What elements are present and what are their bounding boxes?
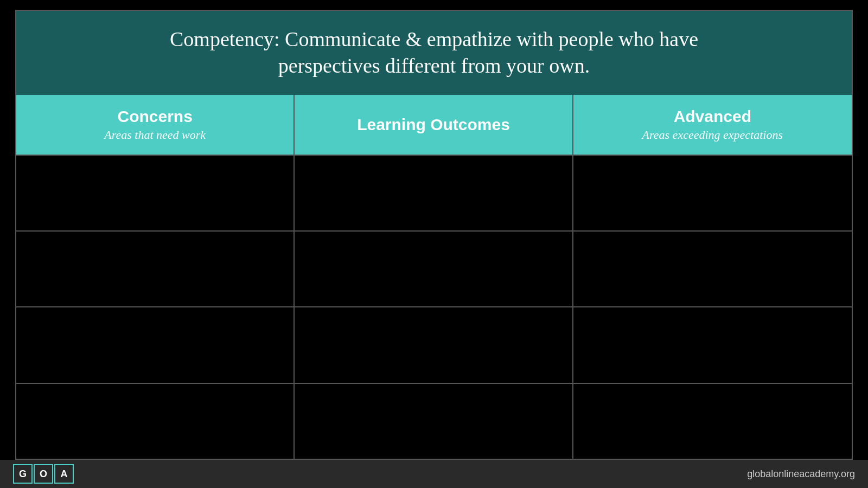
logo-letter-a: A xyxy=(54,464,74,484)
cell-row1-concerns xyxy=(16,156,295,230)
cell-row1-learning xyxy=(295,156,573,230)
cell-row3-advanced xyxy=(573,307,852,382)
page-wrapper: Competency: Communicate & empathize with… xyxy=(0,0,868,488)
table-row xyxy=(16,307,852,383)
col-header-learning-outcomes: Learning Outcomes xyxy=(295,95,573,155)
cell-row2-concerns xyxy=(16,232,295,306)
concerns-subtitle: Areas that need work xyxy=(104,128,206,142)
competency-header: Competency: Communicate & empathize with… xyxy=(16,11,852,95)
col-header-concerns: Concerns Areas that need work xyxy=(16,95,295,155)
table-row xyxy=(16,156,852,232)
title-line-1: Competency: Communicate & empathize with… xyxy=(170,28,698,50)
logo-letter-o: O xyxy=(34,464,53,484)
footer: G O A globalonlineacademy.org xyxy=(0,460,868,488)
table-row xyxy=(16,384,852,459)
main-card: Competency: Communicate & empathize with… xyxy=(15,10,853,460)
advanced-title: Advanced xyxy=(674,107,751,126)
concerns-title: Concerns xyxy=(117,107,192,126)
cell-row3-learning xyxy=(295,307,573,382)
cell-row1-advanced xyxy=(573,156,852,230)
table-body xyxy=(16,156,852,459)
cell-row4-advanced xyxy=(573,384,852,459)
title-line-2: perspectives different from your own. xyxy=(278,54,590,77)
competency-title: Competency: Communicate & empathize with… xyxy=(38,26,830,80)
columns-header: Concerns Areas that need work Learning O… xyxy=(16,95,852,156)
cell-row2-learning xyxy=(295,232,573,306)
logo-letter-g: G xyxy=(13,464,33,484)
cell-row2-advanced xyxy=(573,232,852,306)
cell-row4-concerns xyxy=(16,384,295,459)
footer-url: globalonlineacademy.org xyxy=(747,468,855,480)
cell-row4-learning xyxy=(295,384,573,459)
goa-logo: G O A xyxy=(13,464,74,484)
advanced-subtitle: Areas exceeding expectations xyxy=(642,128,783,142)
learning-outcomes-title: Learning Outcomes xyxy=(357,115,510,134)
table-row xyxy=(16,232,852,307)
cell-row3-concerns xyxy=(16,307,295,382)
col-header-advanced: Advanced Areas exceeding expectations xyxy=(573,95,852,155)
